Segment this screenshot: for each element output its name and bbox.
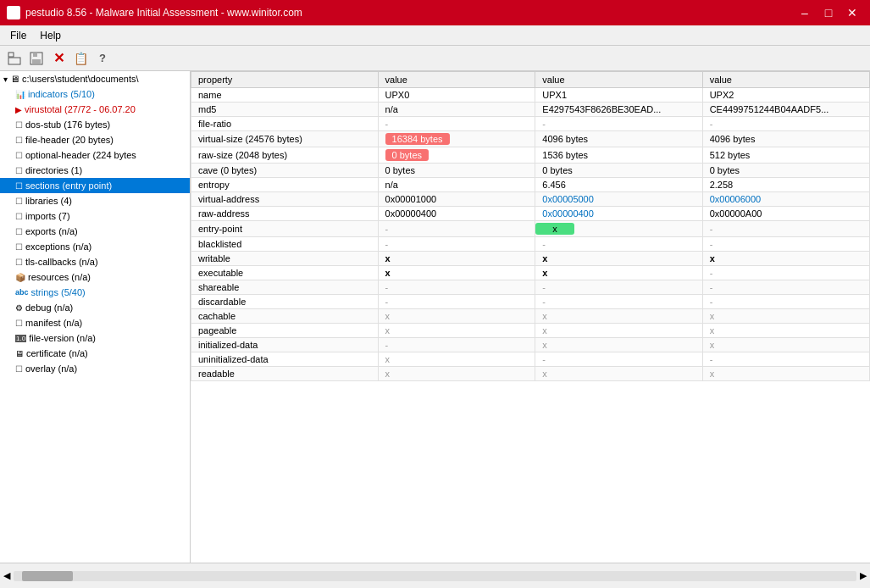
certificate-icon: 🖥 (15, 349, 24, 358)
toolbar: ✕ 📋 ? (0, 46, 870, 71)
sidebar-item-libraries[interactable]: ☐ libraries (4) (0, 193, 190, 208)
svg-rect-0 (8, 53, 14, 57)
sidebar-item-root[interactable]: ▾ 🖥 c:\users\student\documents\ (0, 71, 190, 86)
sidebar-item-overlay[interactable]: ☐ overlay (n/a) (0, 361, 190, 376)
header-property: property (191, 72, 379, 88)
sidebar-item-optional-header[interactable]: ☐ optional-header (224 bytes (0, 147, 190, 163)
sidebar-item-file-version[interactable]: 1.0 file-version (n/a) (0, 330, 190, 346)
sidebar-item-indicators[interactable]: 📊 indicators (5/10) (0, 86, 190, 102)
sidebar-item-certificate[interactable]: 🖥 certificate (n/a) (0, 346, 190, 361)
sidebar-item-file-header[interactable]: ☐ file-header (20 bytes) (0, 132, 190, 147)
sidebar-item-strings[interactable]: abc strings (5/40) (0, 285, 190, 300)
sidebar-item-exports[interactable]: ☐ exports (n/a) (0, 224, 190, 239)
table-row[interactable]: virtual-address0x000010000x000050000x000… (191, 192, 870, 207)
cell-val3: x (702, 367, 869, 381)
cell-val1: 16384 bytes (378, 131, 535, 147)
toolbar-open-button[interactable] (5, 49, 24, 68)
sidebar-item-resources[interactable]: 📦 resources (n/a) (0, 269, 190, 285)
sidebar-item-manifest[interactable]: ☐ manifest (n/a) (0, 315, 190, 330)
cell-val1: x (378, 309, 535, 324)
scroll-right-btn[interactable]: ▶ (860, 570, 867, 581)
sidebar-label-file-header: file-header (20 bytes) (25, 135, 114, 145)
fileheader-icon: ☐ (15, 136, 23, 145)
cell-val1: 0x00001000 (378, 192, 535, 207)
table-row[interactable]: cachablexxx (191, 309, 870, 324)
table-row[interactable]: writablexxx (191, 252, 870, 266)
cell-property: entry-point (191, 221, 379, 237)
cell-property: blacklisted (191, 237, 379, 252)
table-row[interactable]: file-ratio--- (191, 117, 870, 131)
close-button[interactable]: ✕ (841, 3, 863, 22)
exports-icon: ☐ (15, 227, 23, 236)
scrollbar-track[interactable] (14, 571, 856, 581)
strings-icon: abc (15, 288, 29, 297)
maximize-button[interactable]: □ (817, 3, 840, 22)
menu-bar: File Help (0, 25, 870, 46)
sidebar-item-tls-callbacks[interactable]: ☐ tls-callbacks (n/a) (0, 254, 190, 269)
sidebar-item-virustotal[interactable]: ▶ virustotal (27/72 - 06.07.20 (0, 102, 190, 117)
toolbar-info-button[interactable]: 📋 (71, 49, 90, 68)
table-row[interactable]: readablexxx (191, 367, 870, 381)
table-row[interactable]: nameUPX0UPX1UPX2 (191, 88, 870, 103)
table-row[interactable]: raw-size (2048 bytes)0 bytes1536 bytes51… (191, 147, 870, 164)
sidebar-item-dos-stub[interactable]: ☐ dos-stub (176 bytes) (0, 117, 190, 132)
toolbar-delete-button[interactable]: ✕ (49, 49, 68, 68)
table-row[interactable]: md5n/aE4297543F8626BE30EAD...CE449975124… (191, 103, 870, 117)
cell-val2: 4096 bytes (535, 131, 702, 147)
sidebar-item-imports[interactable]: ☐ imports (7) (0, 208, 190, 224)
sidebar-item-exceptions[interactable]: ☐ exceptions (n/a) (0, 239, 190, 254)
sidebar-item-directories[interactable]: ☐ directories (1) (0, 163, 190, 178)
table-row[interactable]: uninitialized-datax-- (191, 352, 870, 367)
content-area: property value value value nameUPX0UPX1U… (191, 71, 870, 563)
sidebar: ▾ 🖥 c:\users\student\documents\ 📊 indica… (0, 71, 191, 563)
cell-property: uninitialized-data (191, 352, 379, 367)
cell-property: discardable (191, 295, 379, 309)
cell-val2: 6.456 (535, 178, 702, 192)
table-row[interactable]: shareable--- (191, 280, 870, 295)
sidebar-label-exceptions: exceptions (n/a) (25, 241, 91, 252)
sidebar-label-libraries: libraries (4) (25, 196, 72, 206)
toolbar-save-button[interactable] (27, 49, 46, 68)
table-row[interactable]: executablexx- (191, 266, 870, 280)
sidebar-label-directories: directories (1) (25, 165, 82, 175)
sections-table: property value value value nameUPX0UPX1U… (191, 71, 870, 381)
cell-val1: - (378, 295, 535, 309)
minimize-button[interactable]: – (794, 3, 816, 22)
sidebar-label-manifest: manifest (n/a) (25, 318, 82, 328)
fileversion-icon: 1.0 (15, 335, 26, 342)
scroll-left-btn[interactable]: ◀ (3, 570, 10, 581)
table-row[interactable]: blacklisted--- (191, 237, 870, 252)
cell-val3: - (702, 266, 869, 280)
table-row[interactable]: raw-address0x000004000x000004000x00000A0… (191, 207, 870, 221)
sidebar-item-debug[interactable]: ⚙ debug (n/a) (0, 300, 190, 315)
cell-val3: x (702, 324, 869, 338)
cell-val2: - (535, 280, 702, 295)
cell-property: name (191, 88, 379, 103)
sidebar-label-imports: imports (7) (25, 211, 70, 221)
table-row[interactable]: virtual-size (24576 bytes)16384 bytes409… (191, 131, 870, 147)
table-row[interactable]: discardable--- (191, 295, 870, 309)
cell-val1: - (378, 237, 535, 252)
sidebar-item-sections[interactable]: ☐ sections (entry point) (0, 178, 190, 193)
manifest-icon: ☐ (15, 319, 23, 328)
cell-val3: x (702, 309, 869, 324)
table-row[interactable]: entropyn/a6.4562.258 (191, 178, 870, 192)
table-row[interactable]: initialized-data-xx (191, 338, 870, 352)
sidebar-label-optional-header: optional-header (224 bytes (25, 150, 136, 160)
cell-val3: - (702, 237, 869, 252)
menu-help[interactable]: Help (33, 28, 68, 43)
cell-property: executable (191, 266, 379, 280)
toolbar-help-button[interactable]: ? (93, 49, 112, 68)
cell-val2: 0x00000400 (535, 207, 702, 221)
cell-val2: x (535, 309, 702, 324)
cell-val3: 512 bytes (702, 147, 869, 164)
table-row[interactable]: cave (0 bytes)0 bytes0 bytes0 bytes (191, 164, 870, 178)
table-row[interactable]: pageablexxx (191, 324, 870, 338)
menu-file[interactable]: File (3, 28, 33, 43)
scrollbar-thumb[interactable] (22, 571, 73, 581)
table-row[interactable]: entry-point-x- (191, 221, 870, 237)
cell-val3: 2.258 (702, 178, 869, 192)
cell-property: virtual-size (24576 bytes) (191, 131, 379, 147)
directories-icon: ☐ (15, 166, 23, 175)
cell-property: readable (191, 367, 379, 381)
